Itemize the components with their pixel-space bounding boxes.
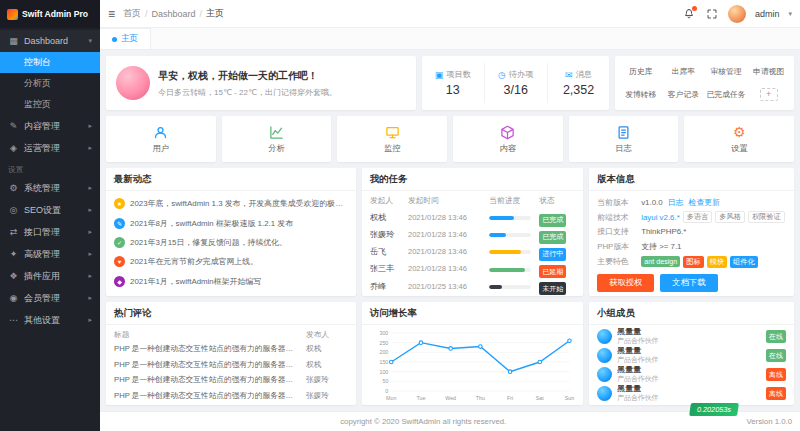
breadcrumb-dashboard[interactable]: Dashboard <box>152 9 196 19</box>
sidebar-subitem-label: 监控页 <box>24 98 51 111</box>
feature-tag: 组件化 <box>730 256 758 268</box>
comments-card: 热门评论 标题 发布人 PHP 是一种创建动态交互性站点的强有力的服务器端脚本语… <box>106 302 356 405</box>
stat-value: 2,352 <box>563 83 594 97</box>
user-avatar[interactable] <box>728 5 746 23</box>
list-item[interactable]: 黑量量 产品合作伙伴 离线 <box>597 365 786 384</box>
shortcut-content[interactable]: 内容 <box>453 116 563 162</box>
notification-dot <box>692 6 697 11</box>
table-row[interactable]: PHP 是一种创建动态交互性站点的强有力的服务器端脚本语言 张媛玲 <box>114 388 348 404</box>
member-role: 产品合作伙伴 <box>617 394 761 402</box>
sidebar-item-seo[interactable]: ◎ SEO设置 ▸ <box>0 199 100 221</box>
news-item-text: 2023年底，swiftAdmin 1.3 发布，开发高度集成受欢迎的极速开发框… <box>130 198 348 209</box>
sidebar-item-label: 运营管理 <box>24 142 60 155</box>
footer-version: Version 1.0.0 <box>746 417 800 426</box>
news-item-text: 2021年在元宵节前夕完成官网上线。 <box>130 256 348 267</box>
tab-home[interactable]: 主页 <box>100 28 151 49</box>
sidebar-subitem-analysis[interactable]: 分析页 <box>0 73 100 94</box>
layui-link[interactable]: layui v2.6.* <box>641 213 680 222</box>
breadcrumb-separator: / <box>145 9 148 19</box>
table-row[interactable]: 张媛玲 2021/01/28 13:46 已完成 <box>370 225 575 242</box>
sidebar-item-operation[interactable]: ◈ 运营管理 ▸ <box>0 137 100 159</box>
check-update-link[interactable]: 检查更新 <box>688 197 720 208</box>
caret-down-icon[interactable]: ▾ <box>788 10 792 18</box>
mail-icon: ✉ <box>565 70 573 80</box>
changelog-link[interactable]: 日志 <box>668 197 684 208</box>
sidebar-item-dashboard[interactable]: ▦ Dashboard ▾ <box>0 30 100 52</box>
chevron-right-icon: ▸ <box>88 184 92 192</box>
shortcut-logs[interactable]: 日志 <box>569 116 679 162</box>
chevron-right-icon: ▸ <box>88 250 92 258</box>
quick-link[interactable]: 历史库 <box>629 66 652 77</box>
logo-icon <box>7 9 18 20</box>
app-logo[interactable]: Swift Admin Pro <box>0 0 100 28</box>
sidebar-menu: ▦ Dashboard ▾ 控制台 分析页 监控页 ✎ 内容管理 ▸ ◈ 运营管… <box>0 28 100 431</box>
progress-bar <box>489 250 531 254</box>
list-item[interactable]: ✓ 2021年3月15日，修复反馈问题，持续优化。 <box>114 233 348 252</box>
fullscreen-icon[interactable] <box>705 7 719 21</box>
chart-area: 050100150200250300MonTueWedThuFriSatSun <box>362 325 583 405</box>
cube-icon <box>500 124 515 141</box>
quick-link[interactable]: 发博转移 <box>625 89 656 100</box>
sidebar-item-other[interactable]: ⋯ 其他设置 ▸ <box>0 309 100 331</box>
shortcut-users[interactable]: 用户 <box>106 116 216 162</box>
list-item[interactable]: 黑量量 产品合作伙伴 在线 <box>597 346 786 365</box>
sidebar-subitem-monitor[interactable]: 监控页 <box>0 94 100 115</box>
list-item[interactable]: ♥ 2021年在元宵节前夕完成官网上线。 <box>114 252 348 271</box>
sidebar-item-members[interactable]: ◉ 会员管理 ▸ <box>0 287 100 309</box>
sidebar-item-api[interactable]: ⇄ 接口管理 ▸ <box>0 221 100 243</box>
sidebar-item-content[interactable]: ✎ 内容管理 ▸ <box>0 115 100 137</box>
progress-bar <box>489 216 531 220</box>
quick-link[interactable]: 客户记录 <box>668 89 699 100</box>
comments-table: 标题 发布人 PHP 是一种创建动态交互性站点的强有力的服务器端脚本语言 权栈 … <box>106 325 356 405</box>
card-title: 访问增长率 <box>362 302 583 325</box>
notification-bell-icon[interactable] <box>682 7 696 21</box>
project-icon: ▣ <box>435 70 444 80</box>
svg-text:0: 0 <box>385 388 388 394</box>
table-row[interactable]: PHP 是一种创建动态交互性站点的强有力的服务器端脚本语言 权栈 <box>114 341 348 357</box>
add-quick-link-button[interactable]: + <box>760 88 778 101</box>
svg-text:150: 150 <box>379 359 388 365</box>
comment-title[interactable]: PHP 是一种创建动态交互性站点的强有力的服务器端脚本语言 <box>114 344 306 354</box>
shortcut-monitor[interactable]: 监控 <box>337 116 447 162</box>
table-row[interactable]: 乔峰 2021/01/25 13:46 未开始 <box>370 277 575 294</box>
get-license-button[interactable]: 获取授权 <box>597 274 654 292</box>
growth-chart-card: 访问增长率 050100150200250300MonTueWedThuFriS… <box>362 302 583 405</box>
table-row[interactable]: 权栈 2021/01/28 13:46 已完成 <box>370 208 575 225</box>
list-item[interactable]: ◆ 2021年1月，swiftAdmin框架开始编写 <box>114 272 348 291</box>
user-icon <box>153 124 168 141</box>
svg-text:Wed: Wed <box>445 395 456 401</box>
dashboard-content: 早安，权栈，开始做一天的工作吧！ 今日多云转晴，15℃ - 22℃，出门记得穿外… <box>100 50 800 411</box>
status-badge: 未开始 <box>539 282 566 295</box>
sidebar-item-plugins[interactable]: ❖ 插件应用 ▸ <box>0 265 100 287</box>
field-label: 接口支持 <box>597 226 641 237</box>
sidebar-subitem-console[interactable]: 控制台 <box>0 52 100 73</box>
quick-link[interactable]: 申请视图 <box>753 66 784 77</box>
download-docs-button[interactable]: 文档下载 <box>660 274 717 292</box>
chart-icon <box>269 124 284 141</box>
sidebar-item-system[interactable]: ⚙ 系统管理 ▸ <box>0 177 100 199</box>
comment-title[interactable]: PHP 是一种创建动态交互性站点的强有力的服务器端脚本语言 <box>114 360 306 370</box>
list-item[interactable]: 黑量量 产品合作伙伴 在线 <box>597 327 786 346</box>
comment-title[interactable]: PHP 是一种创建动态交互性站点的强有力的服务器端脚本语言 <box>114 375 306 385</box>
sidebar-item-advanced[interactable]: ✦ 高级管理 ▸ <box>0 243 100 265</box>
quick-link[interactable]: 审核管理 <box>710 66 741 77</box>
comment-title[interactable]: PHP 是一种创建动态交互性站点的强有力的服务器端脚本语言 <box>114 391 306 401</box>
list-item[interactable]: 黑量量 产品合作伙伴 离线 <box>597 384 786 403</box>
list-item[interactable]: ✎ 2021年8月，swiftAdmin 框架极速版 1.2.1 发布 <box>114 213 348 232</box>
table-row[interactable]: 张三丰 2021/01/28 13:46 已延期 <box>370 260 575 277</box>
table-row[interactable]: PHP 是一种创建动态交互性站点的强有力的服务器端脚本语言 权栈 <box>114 357 348 373</box>
column-header: 当前进度 <box>489 195 539 206</box>
shortcut-label: 日志 <box>615 143 632 154</box>
quick-link[interactable]: 出席率 <box>672 66 695 77</box>
quick-links-card: 历史库 出席率 审核管理 申请视图 发博转移 客户记录 已完成任务 + <box>615 56 794 110</box>
breadcrumb-home[interactable]: 首页 <box>123 7 141 20</box>
username[interactable]: admin <box>755 9 780 19</box>
table-row[interactable]: 岳飞 2021/01/28 13:46 进行中 <box>370 242 575 259</box>
team-list: 黑量量 产品合作伙伴 在线 黑量量 产品合作伙伴 在线 <box>589 325 794 405</box>
list-item[interactable]: ★ 2023年底，swiftAdmin 1.3 发布，开发高度集成受欢迎的极速开… <box>114 194 348 213</box>
menu-toggle-icon[interactable]: ≡ <box>108 7 115 21</box>
shortcut-settings[interactable]: ⚙ 设置 <box>684 116 794 162</box>
shortcut-analysis[interactable]: 分析 <box>222 116 332 162</box>
quick-link[interactable]: 已完成任务 <box>707 89 746 100</box>
table-row[interactable]: PHP 是一种创建动态交互性站点的强有力的服务器端脚本语言 张媛玲 <box>114 373 348 389</box>
